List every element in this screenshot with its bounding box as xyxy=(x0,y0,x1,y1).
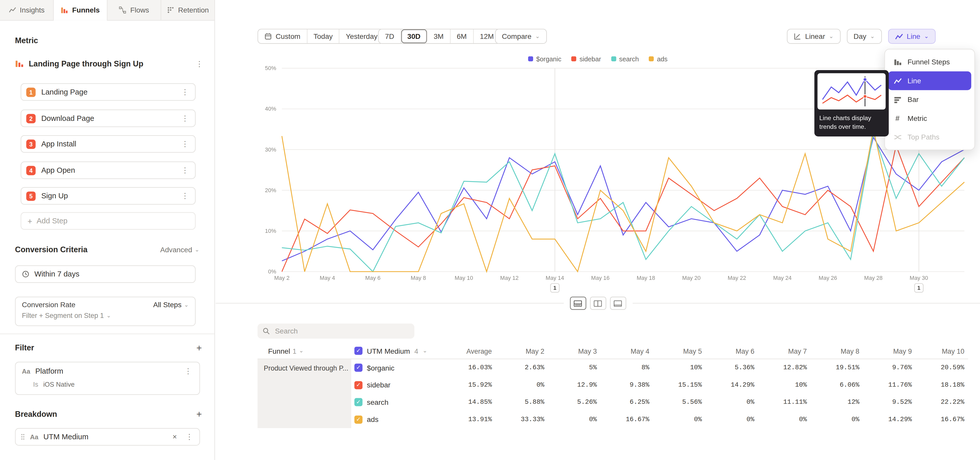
line-chart-icon xyxy=(895,32,903,40)
filter-segment-link[interactable]: Filter + Segment on Step 1⌄ xyxy=(22,312,189,319)
kebab-menu-icon[interactable]: ⋮ xyxy=(180,140,190,148)
kebab-menu-icon[interactable]: ⋮ xyxy=(180,88,190,96)
clock-icon xyxy=(22,270,29,278)
step-label: App Open xyxy=(41,166,75,174)
column-header-date[interactable]: May 7 xyxy=(758,347,811,355)
column-header-date[interactable]: May 10 xyxy=(916,347,968,355)
funnel-metric-card[interactable]: Landing Page through Sign Up ⋮ xyxy=(15,54,204,74)
tab-funnels[interactable]: Funnels xyxy=(54,0,108,20)
table-group-cell[interactable]: Product Viewed through P... xyxy=(258,359,351,428)
chart-controls: Linear⌄ Day⌄ Line⌄ xyxy=(787,29,935,44)
today-button[interactable]: Today xyxy=(307,29,340,43)
table-row-label: ✓ads xyxy=(351,411,445,428)
tab-label: Retention xyxy=(178,6,209,14)
custom-date-button[interactable]: Custom xyxy=(258,29,307,43)
chevron-down-icon: ⌄ xyxy=(184,302,189,308)
left-column: Insights Funnels Flows xyxy=(0,0,215,460)
breakdown-card-utm-medium[interactable]: Aa UTM Medium × ⋮ xyxy=(15,428,200,446)
funnel-step-sign-up[interactable]: 5 Sign Up ⋮ xyxy=(21,187,196,205)
plus-icon: + xyxy=(27,216,32,226)
string-type-icon: Aa xyxy=(30,433,38,441)
kebab-menu-icon[interactable]: ⋮ xyxy=(180,115,190,122)
column-header-date[interactable]: May 8 xyxy=(811,347,863,355)
svg-text:30%: 30% xyxy=(265,147,276,153)
step-number-badge: 3 xyxy=(26,139,36,149)
conversion-criteria-heading: Conversion Criteria xyxy=(15,245,88,254)
menu-item-line[interactable]: Line xyxy=(888,71,971,90)
kebab-menu-icon[interactable]: ⋮ xyxy=(183,367,193,374)
column-header-date[interactable]: May 4 xyxy=(600,347,653,355)
svg-text:0%: 0% xyxy=(268,268,277,275)
range-6m-button[interactable]: 6M xyxy=(450,29,474,43)
breakdown-column-header[interactable]: ✓ UTM Medium 4 ⌄ xyxy=(351,347,445,355)
range-7d-button[interactable]: 7D xyxy=(379,29,401,43)
column-header-date[interactable]: May 5 xyxy=(653,347,706,355)
column-header-date[interactable]: May 6 xyxy=(706,347,758,355)
row-checkbox[interactable]: ✓ xyxy=(355,381,363,389)
add-breakdown-button[interactable]: + xyxy=(197,409,202,419)
compare-button[interactable]: Compare⌄ xyxy=(495,29,547,44)
column-header-date[interactable]: May 9 xyxy=(863,347,916,355)
drag-handle-icon[interactable] xyxy=(21,433,25,441)
add-step-button[interactable]: + Add Step xyxy=(21,212,196,230)
filter-value[interactable]: iOS Native xyxy=(43,380,75,388)
table-value-cell: 0% xyxy=(706,394,758,410)
svg-text:May 24: May 24 xyxy=(773,275,792,281)
filter-card-platform[interactable]: Aa Platform ⋮ Is iOS Native xyxy=(15,362,200,395)
row-checkbox[interactable]: ✓ xyxy=(355,364,363,372)
funnel-step-download-page[interactable]: 2 Download Page ⋮ xyxy=(21,110,196,127)
layout-toggle-group xyxy=(563,297,632,310)
funnel-step-landing-page[interactable]: 1 Landing Page ⋮ xyxy=(21,83,196,101)
filter-section-header: Filter + xyxy=(15,343,202,352)
funnel-step-app-install[interactable]: 3 App Install ⋮ xyxy=(21,135,196,153)
table-value-cell: 8% xyxy=(600,359,653,377)
filter-heading: Filter xyxy=(15,343,34,352)
menu-item-label: Metric xyxy=(907,115,927,122)
row-checkbox[interactable]: ✓ xyxy=(355,415,363,424)
table-value-cell: 0% xyxy=(811,411,863,428)
table-value-cell: 9.76% xyxy=(863,359,916,377)
kebab-menu-icon[interactable]: ⋮ xyxy=(180,166,190,174)
column-header-date[interactable]: May 2 xyxy=(496,347,548,355)
menu-item-funnel-steps[interactable]: Funnel Steps xyxy=(888,53,971,71)
range-30d-button[interactable]: 30D xyxy=(401,29,428,43)
layout-chart-table-button[interactable] xyxy=(570,297,586,310)
table-value-cell: 6.25% xyxy=(600,394,653,410)
menu-item-bar[interactable]: Bar xyxy=(888,90,971,109)
remove-breakdown-icon[interactable]: × xyxy=(172,433,177,441)
tab-insights[interactable]: Insights xyxy=(0,0,54,20)
tab-flows[interactable]: Flows xyxy=(107,0,161,20)
line-chart-icon xyxy=(893,77,902,85)
search-input[interactable] xyxy=(274,327,409,335)
filter-operator[interactable]: Is xyxy=(33,380,38,388)
layout-chart-only-button[interactable] xyxy=(610,297,626,310)
chart-type-dropdown[interactable]: Line⌄ xyxy=(888,29,935,44)
kebab-menu-icon[interactable]: ⋮ xyxy=(184,433,194,441)
table-value-cell: 20.59% xyxy=(916,359,968,377)
add-filter-button[interactable]: + xyxy=(197,343,202,352)
kebab-menu-icon[interactable]: ⋮ xyxy=(194,60,204,67)
yesterday-button[interactable]: Yesterday xyxy=(340,29,384,43)
kebab-menu-icon[interactable]: ⋮ xyxy=(180,192,190,200)
tab-retention[interactable]: Retention xyxy=(161,0,215,20)
step-label: App Install xyxy=(41,139,76,148)
funnel-step-app-open[interactable]: 4 App Open ⋮ xyxy=(21,161,196,179)
conversion-window-card[interactable]: Within 7 days xyxy=(15,265,196,283)
chart-type-tooltip: Line charts display trends over time. xyxy=(815,70,889,136)
granularity-dropdown[interactable]: Day⌄ xyxy=(847,29,882,44)
app-window: Insights Funnels Flows xyxy=(0,0,980,460)
column-header-average[interactable]: Average xyxy=(445,347,496,355)
scale-dropdown[interactable]: Linear⌄ xyxy=(787,29,840,44)
menu-item-metric[interactable]: # Metric xyxy=(888,109,971,128)
row-checkbox[interactable]: ✓ xyxy=(355,398,363,406)
range-3m-button[interactable]: 3M xyxy=(428,29,451,43)
funnel-column-header[interactable]: Funnel 1 ⌄ xyxy=(258,347,351,355)
all-steps-dropdown[interactable]: All Steps⌄ xyxy=(153,301,189,308)
advanced-dropdown[interactable]: Advanced⌄ xyxy=(160,246,200,253)
select-all-checkbox[interactable]: ✓ xyxy=(355,347,363,355)
layout-side-by-side-button[interactable] xyxy=(590,297,606,310)
column-header-date[interactable]: May 3 xyxy=(548,347,601,355)
table-value-cell: 0% xyxy=(548,411,601,428)
series-label: $organic xyxy=(367,364,395,372)
svg-text:May 2: May 2 xyxy=(274,275,290,281)
